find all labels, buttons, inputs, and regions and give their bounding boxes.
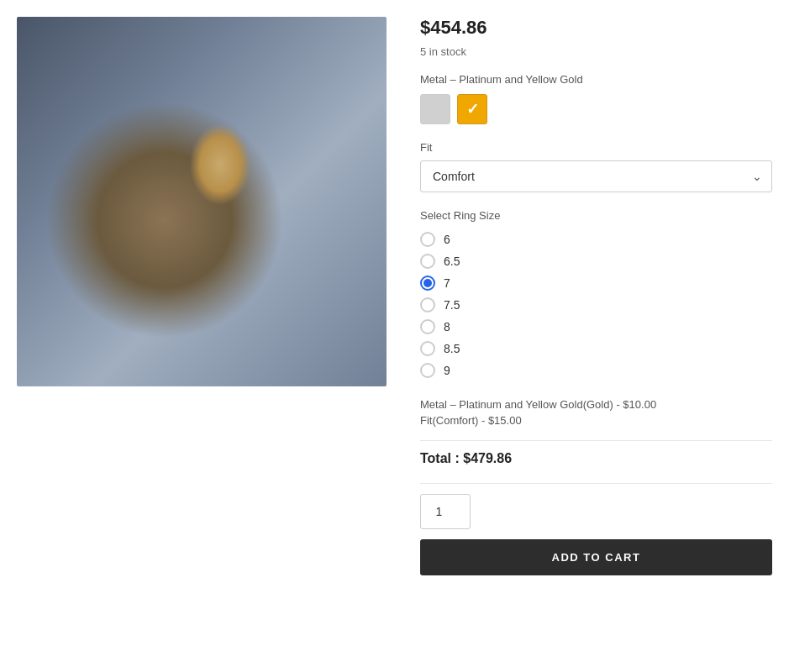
product-price: $454.86 <box>420 17 772 39</box>
ring-size-text-9: 9 <box>444 364 450 377</box>
metal-section: Metal – Platinum and Yellow Gold <box>420 73 772 124</box>
metal-swatch-gold[interactable] <box>457 94 487 124</box>
radio-7-5 <box>420 297 435 312</box>
radio-7 <box>420 276 435 291</box>
ring-size-option-6[interactable]: 6 <box>420 232 772 247</box>
divider-top <box>420 440 772 441</box>
quantity-input[interactable] <box>420 494 471 529</box>
price-breakdown: Metal – Platinum and Yellow Gold(Gold) -… <box>420 395 772 427</box>
ring-size-text-6-5: 6.5 <box>444 255 460 268</box>
product-image-inner <box>17 17 387 386</box>
fit-section: Fit Comfort Standard ⌄ <box>420 141 772 192</box>
metal-label: Metal – Platinum and Yellow Gold <box>420 73 772 86</box>
metal-options <box>420 94 772 124</box>
ring-size-option-9[interactable]: 9 <box>420 363 772 378</box>
price-breakdown-line-2: Fit(Comfort) - $15.00 <box>420 414 772 427</box>
ring-size-section: Select Ring Size 6 6.5 7 7.5 <box>420 209 772 378</box>
ring-size-text-8-5: 8.5 <box>444 342 460 355</box>
ring-size-option-8[interactable]: 8 <box>420 319 772 334</box>
ring-size-text-7: 7 <box>444 276 450 290</box>
add-to-cart-button[interactable]: ADD TO CART <box>420 539 772 575</box>
ring-size-option-6-5[interactable]: 6.5 <box>420 254 772 269</box>
ring-size-option-7-5[interactable]: 7.5 <box>420 297 772 312</box>
quantity-add-row: ADD TO CART <box>420 494 772 575</box>
metal-swatch-platinum[interactable] <box>420 94 450 124</box>
total-price: Total : $479.86 <box>420 451 772 466</box>
fit-label: Fit <box>420 141 772 154</box>
ring-size-text-8: 8 <box>444 320 450 333</box>
ring-size-option-8-5[interactable]: 8.5 <box>420 341 772 356</box>
ring-size-options: 6 6.5 7 7.5 8 <box>420 232 772 378</box>
ring-size-text-6: 6 <box>444 233 450 246</box>
radio-6-5 <box>420 254 435 269</box>
radio-8-5 <box>420 341 435 356</box>
ring-size-text-7-5: 7.5 <box>444 298 460 312</box>
product-image <box>17 17 387 386</box>
radio-6 <box>420 232 435 247</box>
product-details-column: $454.86 5 in stock Metal – Platinum and … <box>420 17 772 575</box>
ring-size-label: Select Ring Size <box>420 209 772 222</box>
price-breakdown-line-1: Metal – Platinum and Yellow Gold(Gold) -… <box>420 398 772 411</box>
ring-size-option-7[interactable]: 7 <box>420 276 772 291</box>
radio-8 <box>420 319 435 334</box>
page-container: $454.86 5 in stock Metal – Platinum and … <box>0 0 789 592</box>
radio-9 <box>420 363 435 378</box>
divider-bottom <box>420 483 772 484</box>
stock-status: 5 in stock <box>420 45 772 58</box>
fit-select[interactable]: Comfort Standard <box>420 160 772 192</box>
fit-select-wrapper: Comfort Standard ⌄ <box>420 160 772 192</box>
product-image-column <box>17 17 387 575</box>
